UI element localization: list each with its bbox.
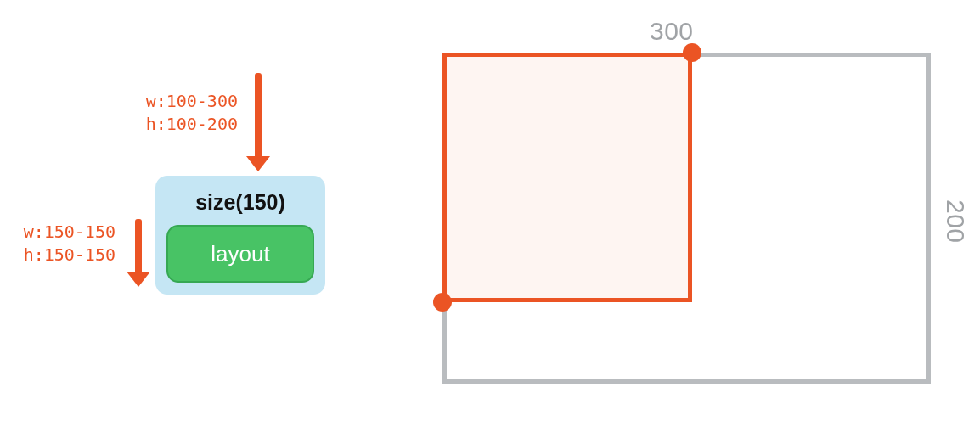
outgoing-constraints: w:150-150 h:150-150 xyxy=(0,221,115,267)
arrow-down-incoming-icon xyxy=(246,73,270,171)
arrow-down-outgoing-icon xyxy=(127,219,150,287)
incoming-constraint-width: w:100-300 xyxy=(119,90,238,113)
size-modifier-node: size(150) layout xyxy=(155,176,325,295)
incoming-constraints: w:100-300 h:100-200 xyxy=(119,90,238,136)
parent-width-label: 300 xyxy=(650,17,694,46)
outgoing-constraint-width: w:150-150 xyxy=(0,221,115,244)
layout-child-node: layout xyxy=(166,225,314,283)
child-resolved-box xyxy=(442,53,692,302)
size-modifier-title: size(150) xyxy=(195,189,285,215)
layout-child-label: layout xyxy=(211,241,269,267)
parent-height-label: 200 xyxy=(941,199,970,244)
constraint-handle-top-right-icon xyxy=(683,43,701,62)
constraint-handle-bottom-left-icon xyxy=(433,293,452,312)
incoming-constraint-height: h:100-200 xyxy=(119,113,238,136)
outgoing-constraint-height: h:150-150 xyxy=(0,244,115,267)
